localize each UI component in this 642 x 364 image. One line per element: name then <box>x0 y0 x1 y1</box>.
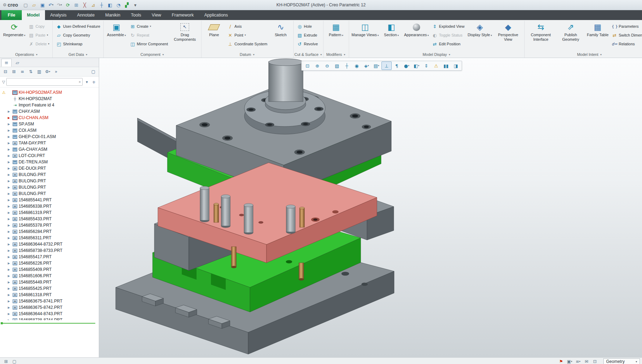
group-label-operations[interactable]: Operations▼ <box>1 51 52 58</box>
axis-button[interactable]: ∕Axis <box>226 22 269 31</box>
tree-item[interactable]: ⚠ ▶ 1546856226.PRT <box>0 260 99 266</box>
tree-item[interactable]: ⚠ ▶ 1546856338.PRT <box>0 203 99 209</box>
expand-arrow-icon[interactable]: ▶ <box>8 173 11 176</box>
tab-annotate[interactable]: Annotate <box>72 10 100 20</box>
tree-columns-icon[interactable]: ⊞▾ <box>10 68 18 75</box>
expand-arrow-icon[interactable]: ▶ <box>8 274 11 278</box>
tab-analysis[interactable]: Analysis <box>45 10 72 20</box>
spin-center-icon[interactable]: ┼▾ <box>342 62 352 70</box>
toggle-tree-icon[interactable]: ⊞▾ <box>2 358 10 364</box>
tree-highlight-icon[interactable]: ▥▾ <box>35 68 43 75</box>
tree-list-icon[interactable]: ≡▾ <box>18 68 26 75</box>
explode-icon[interactable]: ⇕▾ <box>422 62 431 70</box>
filter-funnel-icon[interactable]: ▽ <box>2 80 5 84</box>
delete-button[interactable]: ✗Delete▾ <box>27 40 51 48</box>
geometry-checks-icon[interactable]: ⚠▾ <box>431 62 441 70</box>
select-list-icon[interactable]: ≡▾ <box>574 358 582 364</box>
expand-arrow-icon[interactable]: ▶ <box>8 148 11 151</box>
drag-components-button[interactable]: ↖ Drag Components <box>170 21 200 51</box>
tree-item[interactable]: ⚠ ▶ BULONG.PRT <box>0 178 99 184</box>
tree-item[interactable]: ⚠ ▶ 1546851606.PRT <box>0 273 99 279</box>
tree-item[interactable]: ⚠ ▶ GHEP-COI-01.ASM <box>0 134 99 140</box>
expand-arrow-icon[interactable]: ▶ <box>8 211 11 214</box>
switch-dimensions-button[interactable]: ⇄Switch Dimensions <box>610 31 642 39</box>
display-style-icon[interactable]: ◈▾ <box>362 62 371 70</box>
tree-item[interactable]: ⚠ ▶ 1546855425.PRT <box>0 285 99 292</box>
message-log-icon[interactable]: ✉▾ <box>583 358 590 364</box>
group-label-component[interactable]: Component▼ <box>104 51 200 58</box>
undo-icon[interactable]: ↶▾ <box>47 1 55 8</box>
tab-manikin[interactable]: Manikin <box>100 10 126 20</box>
expand-arrow-icon[interactable]: ▶ <box>8 205 11 208</box>
tree-item[interactable]: ⚠ ▶ SP.ASM <box>0 121 99 127</box>
tree-item[interactable]: ⚠ ▶ 1546863644-8732.PRT <box>0 241 99 247</box>
tree-item[interactable]: ⚠ ▶ 1546863675-8742.PRT <box>0 304 99 311</box>
regenerate-button[interactable]: ⟳ Regenerate▾ <box>2 21 26 51</box>
close-window-icon[interactable]: ╳▾ <box>81 1 89 8</box>
pattern-button[interactable]: ▦ Pattern▾ <box>325 21 347 51</box>
exploded-view-button[interactable]: ⇕Exploded View <box>430 22 467 31</box>
tree-search-input[interactable] <box>8 79 78 85</box>
tree-item[interactable]: ⚠ ▶ BULONG.PRT <box>0 184 99 190</box>
expand-arrow-icon[interactable]: ▶ <box>8 129 11 132</box>
measure-icon[interactable]: ⊿▾ <box>89 1 97 8</box>
shrinkwrap-button[interactable]: ◰Shrinkwrap <box>54 40 102 48</box>
expand-arrow-icon[interactable]: ▶ <box>8 154 11 157</box>
tree-item[interactable]: ⚠ ▶ COI.ASM <box>0 127 99 134</box>
tree-detach-icon[interactable]: ▢▾ <box>89 68 97 75</box>
model-tree-tab-icon[interactable]: ≡ <box>1 59 12 67</box>
tree-overflow-icon[interactable]: »▾ <box>52 68 60 75</box>
find-in-model-icon[interactable]: ▣▾ <box>566 358 573 364</box>
expand-arrow-icon[interactable]: ▶ <box>8 236 11 240</box>
expand-arrow-icon[interactable]: ▶ <box>8 217 11 221</box>
tree-item[interactable]: ⚠ ▶ 1546863644-8743.PRT <box>0 311 99 317</box>
point-button[interactable]: ✕Point▾ <box>226 31 269 39</box>
appearances-button[interactable]: Appearances▾ <box>403 21 430 51</box>
add-filter-icon[interactable]: + <box>91 79 97 85</box>
expand-arrow-icon[interactable]: ▶ <box>8 199 11 202</box>
tree-item[interactable]: ⚠ ▶ CHAY.ASM <box>0 108 99 115</box>
repaint-icon[interactable]: ▧▾ <box>332 62 342 70</box>
saved-orientations-icon[interactable]: ◔▾ <box>114 1 122 8</box>
zoom-in-icon[interactable]: ⊕▾ <box>313 62 322 70</box>
sketch-button[interactable]: ∿ Sketch <box>269 21 292 51</box>
mirror-component-button[interactable]: ◫Mirror Component <box>128 40 170 48</box>
expand-arrow-icon[interactable]: ▶ <box>8 192 11 195</box>
family-table-button[interactable]: ▦ Family Table <box>586 21 610 51</box>
regenerate-icon[interactable]: ⟳▾ <box>64 1 72 8</box>
tree-item[interactable]: ⚠ ▶ 1546855417.PRT <box>0 254 99 260</box>
tree-item[interactable]: ⚠ ▶ DE-DUOI.PRT <box>0 165 99 171</box>
model-viewport[interactable] <box>99 58 642 357</box>
notifications-flag-icon[interactable]: ⚑▾ <box>557 358 565 364</box>
create-component-button[interactable]: ⊞Create▾ <box>128 22 170 31</box>
section-cap-icon[interactable]: ◧▾ <box>106 1 114 8</box>
full-screen-icon[interactable]: ⊡▾ <box>591 358 599 364</box>
group-label-model-display[interactable]: Model Display▼ <box>350 51 524 58</box>
group-label-datum[interactable]: Datum▼ <box>202 51 293 58</box>
tab-framework[interactable]: Framework <box>166 10 199 20</box>
tree-sort-icon[interactable]: ⇅▾ <box>27 68 35 75</box>
zoom-out-icon[interactable]: ⊖▾ <box>322 62 332 70</box>
refit-icon[interactable]: ⊡▾ <box>303 62 312 70</box>
tree-settings-icon[interactable]: ⚙▾ <box>44 68 52 75</box>
tree-item[interactable]: ⚠ ▶ 1546855378.PRT <box>0 222 99 228</box>
tree-item[interactable]: ⚠ ▶ 1546855433.PRT <box>0 216 99 222</box>
expand-arrow-icon[interactable]: ▶ <box>8 306 11 309</box>
expand-arrow-icon[interactable]: ▶ <box>8 186 11 189</box>
expand-arrow-icon[interactable]: ▶ <box>8 262 11 265</box>
tree-item[interactable]: ⚠ ▶ TAM-DAY.PRT <box>0 140 99 146</box>
revolve-button[interactable]: ↺Revolve <box>295 40 320 48</box>
extrude-button[interactable]: ▧Extrude <box>295 31 320 39</box>
resume-icon[interactable]: ◨▾ <box>451 62 461 70</box>
tree-item[interactable]: ⚠ ▶ 1546856284.PRT <box>0 228 99 235</box>
perspective-view-button[interactable]: ◆ Perspective View <box>493 21 523 51</box>
tab-file[interactable]: File <box>1 10 22 20</box>
expand-arrow-icon[interactable]: ▶ <box>8 249 11 252</box>
repeat-button[interactable]: ↻Repeat <box>128 31 170 39</box>
expand-arrow-icon[interactable]: ▶ <box>8 116 11 119</box>
expand-arrow-icon[interactable]: ▶ <box>8 110 11 113</box>
manage-views-button[interactable]: ◫ Manage Views▾ <box>351 21 380 51</box>
tree-item[interactable]: ⚠ ▶ 1546855441.PRT <box>0 197 99 203</box>
tab-applications[interactable]: Applications <box>199 10 233 20</box>
group-label-modifiers[interactable]: Modifiers▼ <box>324 51 348 58</box>
